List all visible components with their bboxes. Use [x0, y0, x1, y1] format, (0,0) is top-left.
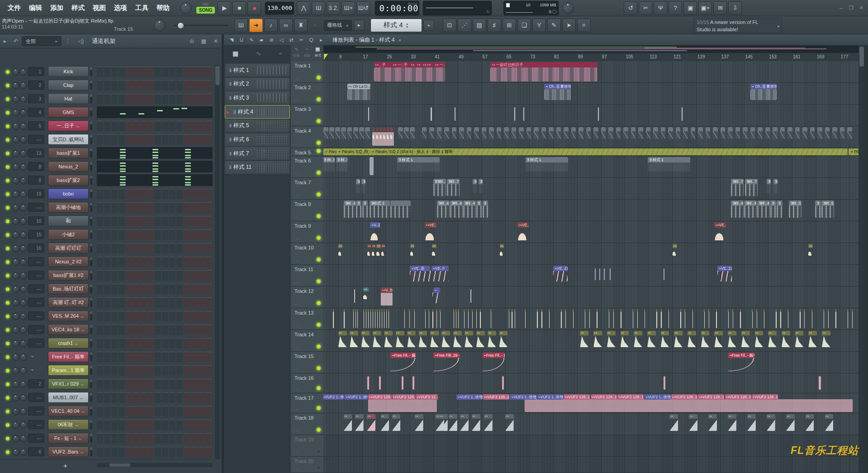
step-cell[interactable]	[111, 379, 118, 389]
pan-knob[interactable]	[12, 354, 19, 361]
main-volume-knob[interactable]	[180, 2, 192, 14]
step-cell[interactable]	[162, 202, 168, 213]
clip[interactable]: ⌁ Oh..音量倍增器	[750, 84, 777, 89]
grid-snap-dropdown[interactable]: 栅格线▸	[324, 20, 352, 31]
clip[interactable]: ↦	[795, 331, 804, 347]
step-cell[interactable]	[97, 352, 103, 362]
step-cell[interactable]	[111, 202, 118, 213]
step-cell[interactable]	[111, 352, 118, 362]
clip[interactable]: ∃	[473, 179, 477, 193]
step-cell[interactable]	[162, 325, 168, 335]
step-cell[interactable]	[191, 189, 197, 199]
channel-led[interactable]	[5, 382, 10, 387]
step-cell[interactable]	[133, 365, 139, 376]
step-cell[interactable]	[162, 352, 168, 362]
track-header-7[interactable]: Track 7⋯	[291, 178, 323, 200]
step-cell[interactable]	[140, 352, 147, 362]
step-cell[interactable]	[104, 420, 110, 430]
clip[interactable]	[713, 127, 718, 139]
clip[interactable]	[758, 127, 763, 139]
step-cell[interactable]	[126, 406, 132, 416]
channel-led[interactable]	[5, 205, 10, 210]
pan-knob[interactable]	[12, 272, 19, 279]
clip[interactable]: ↦ 一..子	[434, 62, 445, 67]
step-cell[interactable]	[140, 257, 147, 267]
rack-menu-dots-icon[interactable]: ⋮	[65, 38, 71, 44]
playback-start-marker[interactable]	[324, 54, 328, 60]
step-cell[interactable]	[191, 67, 197, 77]
step-cell[interactable]	[162, 189, 168, 199]
step-cell[interactable]	[147, 365, 154, 376]
step-cell[interactable]	[162, 420, 168, 430]
clip[interactable]: ⌁VUF2 1..倍增器	[323, 394, 344, 400]
piano-icon[interactable]: ▦	[315, 46, 320, 52]
step-cell[interactable]	[119, 270, 125, 281]
clip[interactable]	[616, 127, 621, 139]
piano-roll-preview[interactable]	[97, 174, 213, 186]
step-cell[interactable]	[176, 270, 183, 281]
step-cell[interactable]	[198, 80, 204, 91]
slice-icon[interactable]: ✂	[296, 37, 306, 43]
clip[interactable]	[680, 309, 681, 328]
playlist-scrollbar[interactable]	[859, 45, 865, 473]
clip[interactable]: ↦	[381, 244, 385, 256]
volume-knob[interactable]	[20, 408, 27, 415]
copy-icon[interactable]: ❏	[517, 19, 531, 32]
channel-button[interactable]: crash1↔	[48, 338, 89, 349]
step-cell[interactable]	[191, 270, 197, 281]
clip[interactable]: ∃ 样式 1	[526, 157, 568, 172]
pan-knob[interactable]	[12, 258, 19, 266]
clip[interactable]	[704, 309, 705, 328]
step-cell[interactable]	[176, 447, 183, 457]
channel-led[interactable]	[5, 328, 10, 332]
channel-number[interactable]: ---	[28, 420, 44, 429]
notification-arrow-icon[interactable]: ▸	[778, 23, 780, 30]
clip[interactable]	[368, 309, 369, 328]
step-cell[interactable]	[147, 311, 154, 321]
clip[interactable]	[613, 309, 614, 328]
clip[interactable]: ⌁VUF2 1..倍增器	[537, 394, 563, 400]
step-cell[interactable]	[184, 338, 190, 349]
step-cell[interactable]	[126, 94, 132, 104]
save-icon[interactable]: ▣	[683, 1, 697, 15]
step-cell[interactable]	[184, 311, 190, 321]
menu-item-7[interactable]: 帮助	[152, 4, 174, 12]
arrange-icon[interactable]: ⋰	[458, 19, 471, 32]
step-cell[interactable]	[104, 325, 110, 335]
channel-number[interactable]: 15	[28, 230, 44, 239]
clip[interactable]	[526, 127, 531, 139]
clip[interactable]	[413, 376, 414, 390]
channel-led[interactable]	[5, 287, 10, 291]
step-cell[interactable]	[191, 420, 197, 430]
step-cell[interactable]	[104, 311, 110, 321]
step-cell[interactable]	[104, 216, 110, 226]
step-cell[interactable]	[104, 406, 110, 416]
clip[interactable]: ∃样..5	[821, 201, 834, 218]
step-cell[interactable]	[97, 379, 103, 389]
clip[interactable]	[541, 309, 542, 328]
track-lane-3[interactable]	[323, 105, 859, 126]
step-cell[interactable]	[147, 420, 154, 430]
channel-rack-scrollbar[interactable]	[215, 65, 220, 459]
track-led[interactable]	[316, 322, 321, 327]
clip[interactable]	[817, 127, 822, 139]
clip[interactable]	[621, 309, 621, 328]
channel-number[interactable]: ---	[28, 339, 44, 348]
clip[interactable]	[847, 309, 848, 328]
pattern-item-样式 6[interactable]: ∃样式 6	[225, 133, 290, 147]
step-cell[interactable]	[155, 284, 161, 294]
clip[interactable]	[664, 376, 665, 390]
step-cell[interactable]	[126, 189, 132, 199]
clip[interactable]: ↦	[782, 331, 790, 347]
picker-tab-label[interactable]: 音频	[293, 53, 299, 58]
step-cell[interactable]	[155, 80, 161, 91]
clip[interactable]: ↦	[488, 331, 496, 347]
loop-record-icon[interactable]: Ш↺	[356, 1, 370, 15]
step-cell[interactable]	[104, 379, 110, 389]
step-cell[interactable]	[140, 406, 147, 416]
step-cell[interactable]	[205, 392, 212, 403]
step-cell[interactable]	[176, 189, 183, 199]
clip[interactable]	[608, 127, 613, 139]
clip[interactable]	[802, 127, 807, 139]
step-cell[interactable]	[111, 284, 118, 294]
